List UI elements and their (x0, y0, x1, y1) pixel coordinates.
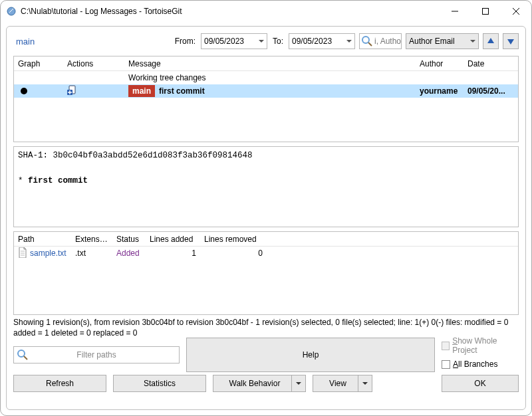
file-lines-removed: 0 (200, 249, 267, 258)
sha-label: SHA-1: (18, 151, 48, 160)
statistics-button[interactable]: Statistics (113, 375, 206, 392)
graph-node-icon (21, 88, 27, 94)
file-list[interactable]: Path Extension Status Lines added Lines … (13, 231, 519, 315)
bottom-controls: Show Whole Project Filter paths Help All… (13, 338, 519, 392)
chevron-down-icon (296, 382, 301, 385)
svg-point-0 (7, 7, 15, 15)
ok-button[interactable]: OK (442, 375, 519, 392)
commit-detail[interactable]: SHA-1: 3b0c04bf0a3abdd52e6d1d083f3ab36f0… (13, 146, 519, 227)
svg-point-12 (18, 350, 25, 357)
checkbox-icon (442, 342, 450, 350)
svg-line-6 (368, 43, 372, 46)
chevron-down-icon (362, 382, 368, 385)
file-path: sample.txt (30, 249, 66, 258)
col-message[interactable]: Message (124, 59, 416, 68)
view-button[interactable]: View (313, 375, 372, 392)
search-icon (17, 349, 29, 363)
file-status: Added (112, 249, 146, 258)
commit-author: yourname (416, 86, 464, 96)
close-button[interactable] (501, 1, 531, 22)
dialog-body: main From: 09/05/2023 To: 09/05/2023 i, … (6, 26, 526, 410)
to-date-input[interactable]: 09/05/2023 (289, 33, 355, 49)
refresh-button[interactable]: Refresh (13, 375, 106, 392)
author-filter-combo[interactable]: Author Email (406, 33, 479, 49)
svg-point-5 (362, 37, 369, 43)
working-tree-row[interactable]: Working tree changes (14, 71, 518, 84)
chevron-down-icon (470, 40, 475, 43)
col-path[interactable]: Path (14, 235, 71, 244)
to-label: To: (271, 37, 285, 46)
search-input[interactable]: i, Author, Aut (359, 33, 402, 49)
action-add-icon (67, 85, 78, 98)
working-tree-label: Working tree changes (124, 73, 416, 82)
branch-link[interactable]: main (13, 35, 37, 48)
filter-row: main From: 09/05/2023 To: 09/05/2023 i, … (13, 33, 519, 49)
filter-paths-input[interactable]: Filter paths (13, 346, 180, 364)
maximize-button[interactable] (470, 1, 501, 22)
detail-body-prefix: * (18, 176, 28, 185)
chevron-down-icon (346, 40, 352, 43)
all-branches-checkbox[interactable]: All Branches (442, 360, 519, 369)
scroll-up-button[interactable] (483, 33, 499, 49)
search-placeholder: i, Author, Aut (374, 37, 402, 46)
minimize-button[interactable] (440, 1, 470, 22)
file-row[interactable]: sample.txt .txt Added 1 0 (14, 247, 518, 260)
walk-behavior-button[interactable]: Walk Behavior (213, 375, 306, 392)
from-label: From: (174, 37, 197, 46)
search-icon (361, 35, 373, 49)
commit-list[interactable]: Graph Actions Message Author Date Workin… (13, 56, 519, 142)
window-title: C:\Nulab\tutorial - Log Messages - Torto… (21, 7, 440, 16)
from-date-input[interactable]: 09/05/2023 (201, 33, 267, 49)
svg-line-13 (24, 356, 27, 360)
checkbox-icon (442, 360, 450, 369)
svg-rect-2 (483, 9, 489, 15)
file-ext: .txt (71, 249, 112, 258)
col-extension[interactable]: Extension (71, 235, 112, 244)
file-header-row: Path Extension Status Lines added Lines … (14, 232, 518, 247)
col-status[interactable]: Status (112, 235, 146, 244)
col-lines-removed[interactable]: Lines removed (200, 235, 267, 244)
show-whole-project-label: Show Whole Project (452, 336, 519, 355)
filter-paths-placeholder: Filter paths (76, 350, 116, 360)
col-date[interactable]: Date (464, 59, 518, 68)
author-filter-value: Author Email (409, 37, 455, 46)
branch-tag: main (128, 85, 155, 97)
col-lines-added[interactable]: Lines added (146, 235, 200, 244)
app-icon (6, 6, 17, 17)
col-author[interactable]: Author (416, 59, 464, 68)
show-whole-project-checkbox: Show Whole Project (442, 336, 519, 355)
col-graph[interactable]: Graph (14, 59, 63, 68)
from-date-value: 09/05/2023 (204, 37, 244, 46)
titlebar: C:\Nulab\tutorial - Log Messages - Torto… (1, 1, 531, 22)
sha-value: 3b0c04bf0a3abdd52e6d1d083f3ab36f09814648 (53, 151, 253, 160)
chevron-down-icon (259, 40, 264, 43)
col-actions[interactable]: Actions (63, 59, 124, 68)
help-button[interactable]: Help (186, 338, 435, 372)
scroll-down-button[interactable] (503, 33, 519, 49)
commit-date: 09/05/20... (464, 86, 518, 96)
commit-message: first commit (159, 86, 205, 96)
file-icon (18, 247, 27, 260)
all-branches-label: All Branches (453, 360, 497, 369)
commit-header-row: Graph Actions Message Author Date (14, 56, 518, 71)
to-date-value: 09/05/2023 (292, 37, 332, 46)
commit-row[interactable]: main first commit yourname 09/05/20... (14, 84, 518, 98)
file-lines-added: 1 (146, 249, 200, 258)
detail-body: first commit (28, 176, 88, 185)
status-line: Showing 1 revision(s), from revision 3b0… (13, 315, 519, 338)
